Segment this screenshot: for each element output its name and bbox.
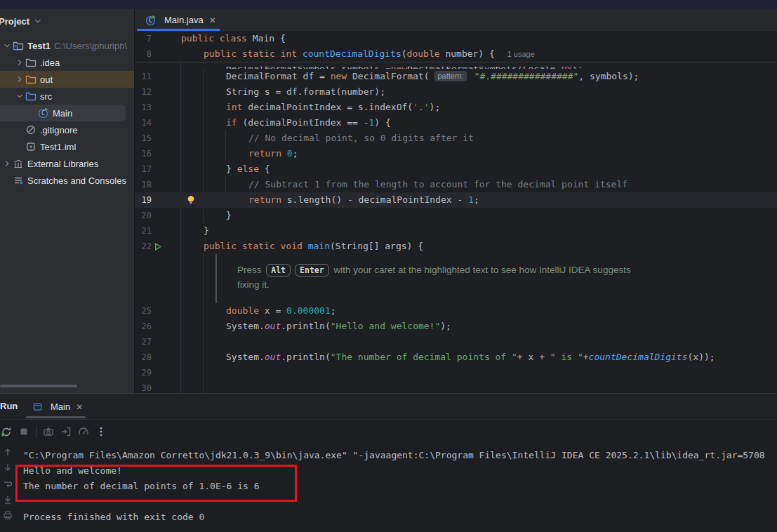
code-line-12[interactable]: 12String s = df.format(number); — [135, 84, 777, 100]
code-token: ); — [440, 321, 451, 331]
line-number[interactable]: 16 — [135, 146, 152, 161]
line-number[interactable]: 28 — [135, 350, 152, 365]
next-occurrence-button[interactable] — [2, 462, 13, 473]
line-number[interactable]: 7 — [135, 31, 152, 46]
tree-item-external-libraries[interactable]: External Libraries — [0, 155, 134, 172]
tree-item-test1[interactable]: Test1C:\Users\jphuriph\ — [0, 37, 134, 54]
line-number[interactable]: 13 — [135, 100, 152, 115]
code-line-29[interactable]: 29 — [135, 365, 777, 380]
code-line-21[interactable]: 21} — [135, 223, 777, 239]
tree-item-scratches-and-consoles[interactable]: Scratches and Consoles — [0, 172, 134, 189]
scroll-to-end-button[interactable] — [2, 494, 13, 505]
editor-tab-bar: C Main.java ✕ — [135, 9, 777, 31]
tree-item-label: src — [40, 91, 52, 102]
code-token: } — [204, 225, 209, 236]
chevron-down-icon[interactable] — [14, 91, 25, 102]
code-line-27[interactable]: 27 — [135, 334, 777, 350]
code-line-28[interactable]: 28System.out.println("The number of deci… — [135, 350, 777, 365]
run-toolbar — [0, 420, 777, 444]
prev-occurrence-button[interactable] — [2, 446, 13, 458]
code-token: " is " — [550, 352, 583, 362]
line-number[interactable]: 26 — [135, 319, 152, 334]
line-number[interactable]: 30 — [135, 380, 152, 393]
line-number[interactable]: 19 — [135, 192, 152, 208]
close-tab-icon[interactable]: ✕ — [209, 15, 216, 25]
code-line-13[interactable]: 13int decimalPointIndex = s.indexOf('.')… — [135, 100, 777, 115]
code-editor[interactable]: 7public class Main {8public static int c… — [135, 31, 777, 393]
line-number[interactable]: 20 — [135, 208, 152, 223]
soft-wrap-button[interactable] — [2, 479, 13, 490]
line-number[interactable]: 18 — [135, 177, 152, 192]
chevron-down-icon[interactable] — [1, 40, 13, 51]
tree-item-src[interactable]: src — [0, 88, 134, 105]
lightbulb-icon[interactable] — [185, 194, 197, 206]
code-token: main — [308, 241, 330, 251]
project-panel-header[interactable]: Project — [0, 9, 134, 33]
code-line-20[interactable]: 20} — [135, 208, 777, 223]
line-number[interactable]: 15 — [135, 131, 152, 146]
line-number[interactable]: 27 — [135, 334, 152, 350]
gutter-icon-slot — [152, 319, 167, 334]
code-line-22[interactable]: 22public static void main(String[] args)… — [135, 239, 777, 254]
code-token: double — [407, 48, 440, 59]
line-number[interactable]: 22 — [135, 239, 152, 254]
code-text: if (decimalPointIndex == -1) { — [212, 115, 391, 131]
line-number[interactable]: 11 — [135, 69, 152, 84]
code-line-7[interactable]: 7public class Main { — [135, 31, 777, 46]
code-line-17[interactable]: 17} else { — [135, 161, 777, 177]
code-token: s.length() - decimalPointIndex - — [287, 194, 468, 205]
run-console[interactable]: "C:\Program Files\Amazon Corretto\jdk21.… — [0, 444, 777, 532]
code-text — [212, 334, 226, 350]
tree-item-out[interactable]: out — [0, 71, 134, 88]
tree-item-test1-iml[interactable]: Test1.iml — [0, 138, 134, 155]
close-run-tab-icon[interactable]: ✕ — [76, 402, 83, 412]
code-token: decimalPointIndex = s.indexOf( — [248, 102, 413, 112]
code-token: Main { — [253, 33, 286, 44]
console-line: Process finished with exit code 0 — [23, 510, 777, 525]
code-line-11[interactable]: 11DecimalFormat df = new DecimalFormat( … — [135, 69, 777, 84]
code-token: ) { — [374, 117, 390, 128]
tree-item-main[interactable]: CMain — [0, 105, 126, 121]
rerun-button[interactable] — [1, 426, 12, 437]
partially-scrolled-code-line[interactable]: DecimalFormatSymbols symbols = new Decim… — [135, 62, 777, 69]
stop-button[interactable] — [18, 426, 29, 437]
line-number[interactable]: 29 — [135, 365, 152, 380]
run-panel-title: Run — [0, 401, 18, 411]
code-text: public static void main(String[] args) { — [190, 239, 423, 254]
code-token: // Subtract 1 from the length to account… — [248, 179, 627, 189]
code-token: System. — [226, 352, 265, 362]
chevron-right-icon[interactable] — [14, 57, 25, 68]
line-number[interactable]: 8 — [135, 46, 152, 62]
tree-item-idea[interactable]: .idea — [0, 54, 134, 71]
code-line-15[interactable]: 15// No decimal point, so 0 digits after… — [135, 131, 777, 146]
code-line-8[interactable]: 8public static int countDecimalDigits(do… — [135, 46, 777, 62]
code-line-18[interactable]: 18// Subtract 1 from the length to accou… — [135, 177, 777, 192]
thread-dump-camera-button[interactable] — [43, 426, 54, 437]
code-line-19[interactable]: 19return s.length() - decimalPointIndex … — [135, 192, 777, 208]
tab-main-java[interactable]: C Main.java ✕ — [137, 9, 220, 31]
run-tab-main[interactable]: Main ✕ — [32, 397, 83, 416]
chevron-right-icon — [1, 158, 13, 169]
line-number[interactable]: 14 — [135, 115, 152, 131]
code-line-16[interactable]: 16return 0; — [135, 146, 777, 161]
code-line-30[interactable]: 30 — [135, 380, 777, 393]
code-token: return — [248, 148, 287, 159]
code-line-26[interactable]: 26System.out.println("Hello and welcome!… — [135, 319, 777, 334]
line-number[interactable]: 21 — [135, 223, 152, 239]
code-line-14[interactable]: 14if (decimalPointIndex == -1) { — [135, 115, 777, 131]
profiler-gauge-button[interactable] — [78, 426, 89, 437]
chevron-right-icon[interactable] — [1, 158, 13, 169]
project-hscrollbar-thumb[interactable] — [0, 385, 77, 387]
code-token: "Hello and welcome!" — [331, 321, 441, 331]
attach-debugger-button[interactable] — [60, 426, 72, 437]
tree-item-gitignore[interactable]: .gitignore — [0, 121, 134, 138]
line-number[interactable]: 17 — [135, 161, 152, 177]
line-number[interactable]: 12 — [135, 84, 152, 100]
code-text: } else { — [212, 161, 270, 177]
line-number[interactable]: 25 — [135, 303, 152, 319]
run-arrow-icon[interactable] — [152, 241, 164, 252]
code-line-25[interactable]: 25double x = 0.000001; — [135, 303, 777, 319]
more-kebab-button[interactable] — [95, 426, 107, 437]
print-button[interactable] — [2, 510, 13, 521]
chevron-right-icon[interactable] — [14, 74, 25, 85]
